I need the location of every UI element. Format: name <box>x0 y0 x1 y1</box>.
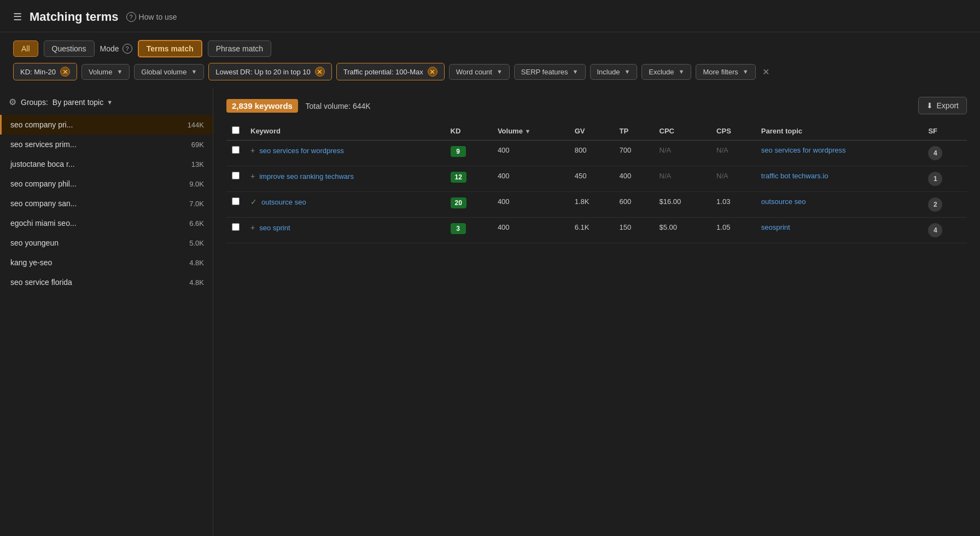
gv-cell: 6.1K <box>569 218 614 243</box>
sidebar-item[interactable]: seo service florida 4.8K <box>0 272 213 292</box>
tab-questions[interactable]: Questions <box>44 40 95 57</box>
row-plus-icon[interactable]: + <box>250 146 255 155</box>
sidebar-item[interactable]: seo services prim... 69K <box>0 135 213 154</box>
volume-cell: 400 <box>492 166 569 192</box>
exclude-filter-chip[interactable]: Exclude ▼ <box>641 64 691 80</box>
gv-cell: 800 <box>569 141 614 166</box>
row-checkbox-cell <box>226 141 245 166</box>
sidebar-item[interactable]: kang ye-seo 4.8K <box>0 253 213 272</box>
mode-label: Mode ? <box>100 44 132 54</box>
sidebar-item-label: seo service florida <box>10 278 189 287</box>
parent-topic-cell: seosprint <box>756 218 923 243</box>
by-parent-topic-button[interactable]: By parent topic ▼ <box>52 98 113 107</box>
kd-filter-chip[interactable]: KD: Min-20 ✕ <box>13 63 77 80</box>
sidebar-item-label: egochi miami seo... <box>10 219 189 228</box>
row-plus-icon[interactable]: + <box>250 223 255 232</box>
tab-phrase-match[interactable]: Phrase match <box>208 40 271 57</box>
col-header-tp: TP <box>614 122 654 141</box>
hamburger-icon[interactable]: ☰ <box>13 11 22 23</box>
parent-topic-link[interactable]: seosprint <box>761 223 790 231</box>
col-header-kd: KD <box>445 122 492 141</box>
sidebar-item-count: 9.0K <box>189 180 204 188</box>
keyword-link[interactable]: seo sprint <box>259 224 290 232</box>
sf-cell: 1 <box>923 166 967 192</box>
row-checkbox[interactable] <box>232 197 240 205</box>
clear-all-filters-button[interactable]: ✕ <box>762 67 769 77</box>
col-header-volume[interactable]: Volume ▼ <box>492 122 569 141</box>
serp-features-label: SERP features <box>521 68 568 76</box>
kd-cell: 12 <box>445 166 492 192</box>
gv-cell: 450 <box>569 166 614 192</box>
exclude-label: Exclude <box>649 68 674 76</box>
sidebar-item[interactable]: seo company phil... 9.0K <box>0 174 213 194</box>
cps-cell: 1.03 <box>711 192 756 218</box>
word-count-label: Word count <box>456 68 492 76</box>
how-to-use-label: How to use <box>139 13 177 21</box>
sf-badge: 4 <box>928 146 942 160</box>
include-arrow: ▼ <box>624 68 630 75</box>
sidebar-item[interactable]: seo company san... 7.0K <box>0 194 213 213</box>
row-checkbox[interactable] <box>232 146 240 154</box>
export-button[interactable]: ⬇ Export <box>918 97 967 114</box>
traffic-potential-clear[interactable]: ✕ <box>428 67 438 77</box>
row-checkbox[interactable] <box>232 172 240 179</box>
sliders-icon: ⚙ <box>9 97 16 107</box>
sidebar-item-count: 13K <box>191 160 204 168</box>
how-to-use-link[interactable]: ? How to use <box>126 12 177 22</box>
keyword-cell: + seo services for wordpress <box>245 141 445 166</box>
parent-topic-link[interactable]: traffic bot techwars.io <box>761 172 829 180</box>
word-count-arrow: ▼ <box>497 68 503 75</box>
sidebar-item-label: seo services prim... <box>10 140 191 149</box>
sidebar-item-count: 4.8K <box>189 259 204 267</box>
kd-filter-clear[interactable]: ✕ <box>60 67 70 77</box>
sidebar-item-label: seo company pri... <box>10 120 188 129</box>
tp-cell: 400 <box>614 166 654 192</box>
volume-filter-chip[interactable]: Volume ▼ <box>81 64 130 80</box>
kd-cell: 9 <box>445 141 492 166</box>
keyword-link[interactable]: seo services for wordpress <box>259 147 344 155</box>
tab-terms-match[interactable]: Terms match <box>138 40 202 57</box>
cpc-cell: $5.00 <box>654 218 711 243</box>
parent-topic-cell: traffic bot techwars.io <box>756 166 923 192</box>
mode-question-icon: ? <box>122 44 132 54</box>
page-header: ☰ Matching terms ? How to use <box>0 0 980 32</box>
word-count-filter-chip[interactable]: Word count ▼ <box>449 64 510 80</box>
sidebar-item[interactable]: justoctane boca r... 13K <box>0 154 213 174</box>
parent-topic-link[interactable]: seo services for wordpress <box>761 146 846 154</box>
tab-all[interactable]: All <box>13 40 38 57</box>
sf-cell: 4 <box>923 218 967 243</box>
sidebar-item[interactable]: seo company pri... 144K <box>0 115 213 135</box>
cps-cell: 1.05 <box>711 218 756 243</box>
sidebar-item[interactable]: egochi miami seo... 6.6K <box>0 213 213 233</box>
row-plus-icon[interactable]: + <box>250 172 255 180</box>
row-check-icon[interactable]: ✓ <box>250 197 257 206</box>
row-checkbox-cell <box>226 192 245 218</box>
lowest-dr-filter-chip[interactable]: Lowest DR: Up to 20 in top 10 ✕ <box>208 63 331 80</box>
filter-row: KD: Min-20 ✕ Volume ▼ Global volume ▼ Lo… <box>0 57 980 88</box>
lowest-dr-label: Lowest DR: Up to 20 in top 10 <box>215 68 310 76</box>
row-checkbox[interactable] <box>232 223 240 231</box>
select-all-checkbox[interactable] <box>232 126 240 134</box>
serp-features-filter-chip[interactable]: SERP features ▼ <box>514 64 586 80</box>
keyword-link[interactable]: outsource seo <box>261 198 306 206</box>
cpc-cell: N/A <box>654 166 711 192</box>
keyword-link[interactable]: improve seo ranking techwars <box>259 172 354 180</box>
kd-badge: 3 <box>451 223 466 234</box>
more-filters-chip[interactable]: More filters ▼ <box>696 64 755 80</box>
table-row: ✓ outsource seo 20 400 1.8K 600 $16.00 1… <box>226 192 967 218</box>
col-header-cpc: CPC <box>654 122 711 141</box>
include-filter-chip[interactable]: Include ▼ <box>590 64 638 80</box>
parent-topic-cell: outsource seo <box>756 192 923 218</box>
traffic-potential-filter-chip[interactable]: Traffic potential: 100-Max ✕ <box>336 63 445 80</box>
global-volume-filter-chip[interactable]: Global volume ▼ <box>134 64 204 80</box>
col-header-keyword: Keyword <box>245 122 445 141</box>
parent-topic-link[interactable]: outsource seo <box>761 197 806 206</box>
table-row: + seo services for wordpress 9 400 800 7… <box>226 141 967 166</box>
more-filters-label: More filters <box>703 68 738 76</box>
lowest-dr-clear[interactable]: ✕ <box>315 67 325 77</box>
sidebar-item[interactable]: seo youngeun 5.0K <box>0 233 213 253</box>
col-header-cps: CPS <box>711 122 756 141</box>
sf-badge: 1 <box>928 172 942 186</box>
sidebar-header: ⚙ Groups: By parent topic ▼ <box>0 97 213 115</box>
sf-badge: 2 <box>928 197 942 212</box>
